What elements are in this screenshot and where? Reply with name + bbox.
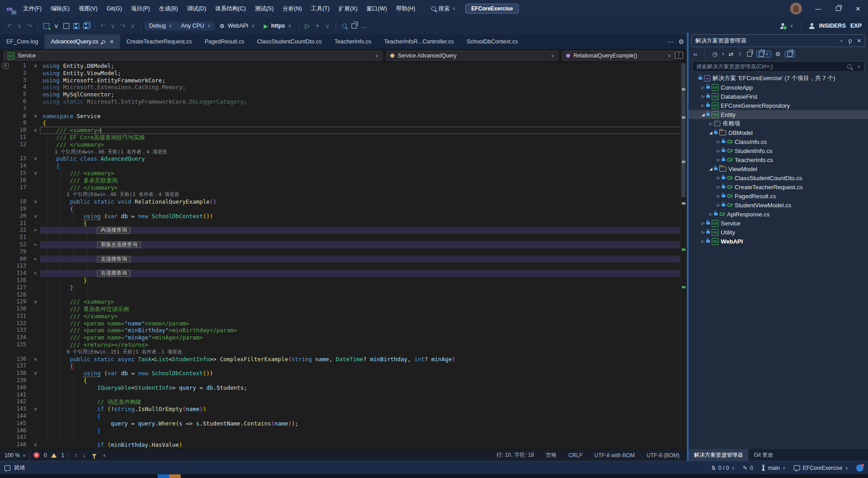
fold-open-icon[interactable]: > bbox=[32, 214, 39, 218]
sync-with-active-document-icon[interactable]: ⇄ bbox=[728, 51, 733, 57]
fold-margin[interactable] bbox=[31, 163, 40, 170]
chevron-collapsed-icon[interactable]: ▷ bbox=[700, 239, 706, 244]
line-content[interactable]: 左连接查询 bbox=[40, 256, 680, 263]
codelens-row[interactable]: 1 个引用|Edwin，86 天前|1 名作者，4 项更改 bbox=[0, 191, 680, 198]
fold-collapsed-icon[interactable]: > bbox=[34, 242, 37, 247]
collapse-all-icon[interactable]: ≫ bbox=[737, 51, 743, 57]
type-dropdown[interactable]: Service.AdvancedQuery ∨ bbox=[386, 51, 558, 61]
tree-item-classstudentcountdto-cs[interactable]: ▷C#ClassStudentCountDto.cs bbox=[689, 173, 868, 182]
fold-open-icon[interactable]: > bbox=[32, 300, 39, 304]
document-tab[interactable]: AdvancedQuery.cs✕ bbox=[44, 34, 120, 49]
fold-margin[interactable]: > bbox=[31, 213, 40, 220]
line-content[interactable]: using MySqlConnector; bbox=[40, 91, 680, 98]
line-content[interactable]: using (var db = new SchoolDbContext()) bbox=[40, 213, 680, 220]
fold-margin[interactable] bbox=[31, 292, 40, 299]
run-button[interactable]: ▶https∨ bbox=[259, 21, 296, 31]
code-line[interactable]: 7 bbox=[0, 105, 680, 113]
line-content[interactable]: { bbox=[40, 220, 680, 227]
line-number[interactable]: 133 bbox=[11, 327, 31, 334]
start-without-debugging-button[interactable]: ▷ bbox=[303, 20, 312, 31]
taskbar-app-orange[interactable] bbox=[169, 474, 181, 478]
line-number[interactable]: 130 bbox=[11, 306, 31, 313]
tree-item-classinfo-cs[interactable]: ▷C#ClassInfo.cs bbox=[689, 137, 868, 146]
fold-open-icon[interactable]: > bbox=[32, 157, 39, 161]
line-number[interactable]: 16 bbox=[11, 177, 31, 184]
line-content[interactable]: /// <summary> bbox=[40, 298, 680, 306]
line-number[interactable]: 22 bbox=[11, 227, 31, 234]
fold-margin[interactable] bbox=[31, 427, 40, 435]
line-content[interactable]: using Entity.ViewModel; bbox=[40, 70, 680, 77]
profiler-chevron-icon[interactable]: ∨ bbox=[323, 20, 332, 31]
fold-margin[interactable]: > bbox=[31, 127, 40, 134]
configuration-dropdown[interactable]: Debug∨ bbox=[145, 21, 176, 30]
line-number[interactable]: 127 bbox=[11, 284, 31, 292]
code-line[interactable]: 8>namespace Service bbox=[0, 113, 680, 120]
account-chevron-icon[interactable]: ∨ bbox=[790, 24, 793, 28]
line-number[interactable] bbox=[11, 191, 31, 198]
code-line[interactable]: 20> using (var db = new SchoolDbContext(… bbox=[0, 213, 680, 220]
redo-chevron-icon[interactable]: ∨ bbox=[128, 20, 137, 31]
line-content[interactable]: if (minBirthday.HasValue) bbox=[40, 441, 680, 449]
chevron-collapsed-icon[interactable]: ▷ bbox=[715, 203, 722, 207]
fold-margin[interactable] bbox=[31, 263, 40, 270]
code-line[interactable]: 15> /// <summary> bbox=[0, 170, 680, 177]
fold-margin[interactable] bbox=[31, 234, 40, 241]
chevron-expanded-icon[interactable]: ◢ bbox=[708, 167, 714, 171]
line-content[interactable]: { bbox=[40, 413, 680, 420]
code-line[interactable]: 145 query = query.Where(s => s.StudentNa… bbox=[0, 420, 680, 427]
code-line[interactable]: 19 { bbox=[0, 206, 680, 213]
tree-item-apiresponse-cs[interactable]: ▷C#ApiResponse.cs bbox=[689, 210, 868, 219]
line-number[interactable]: 20 bbox=[11, 213, 31, 220]
line-number[interactable]: 146 bbox=[11, 427, 31, 435]
line-content[interactable]: /// <summary> bbox=[40, 127, 680, 134]
fold-margin[interactable]: > bbox=[31, 198, 40, 206]
chevron-collapsed-icon[interactable]: ▷ bbox=[700, 230, 706, 234]
switch-views-icon[interactable]: ∞ bbox=[693, 51, 697, 57]
line-content[interactable]: { bbox=[40, 363, 680, 370]
eol-mode[interactable]: CRLF bbox=[569, 452, 583, 459]
menu-item[interactable]: Git(G) bbox=[102, 4, 126, 14]
line-number[interactable]: 12 bbox=[11, 141, 31, 148]
line-number[interactable]: 13 bbox=[11, 155, 31, 163]
menu-item[interactable]: 帮助(H) bbox=[392, 3, 419, 14]
line-content[interactable]: } bbox=[40, 277, 680, 284]
line-content[interactable] bbox=[40, 234, 680, 241]
line-content[interactable]: using static Microsoft.EntityFrameworkCo… bbox=[40, 98, 680, 105]
tree-item-webapi[interactable]: ▷C#WebAPI bbox=[689, 237, 868, 246]
solution-name-button[interactable]: EFCoreExercise bbox=[465, 4, 519, 14]
line-number[interactable]: 114 bbox=[11, 270, 31, 277]
code-line[interactable]: 130 /// 复杂条件过滤示例 bbox=[0, 306, 680, 313]
line-content[interactable]: } bbox=[40, 427, 680, 435]
code-line[interactable]: 3using Microsoft.EntityFrameworkCore; bbox=[0, 77, 680, 84]
line-content[interactable]: /// </summary> bbox=[40, 184, 680, 191]
line-content[interactable]: 右连接查询 bbox=[40, 270, 680, 277]
new-item-chevron-icon[interactable]: ∨ bbox=[52, 20, 61, 31]
menu-item[interactable]: 分析(N) bbox=[279, 3, 306, 14]
line-number[interactable]: 140 bbox=[11, 384, 31, 392]
chevron-collapsed-icon[interactable]: ▷ bbox=[700, 221, 706, 225]
line-content[interactable]: /// EF Core高级查询技巧与实操 bbox=[40, 134, 680, 141]
tab-git-changes[interactable]: Git 更改 bbox=[748, 449, 779, 461]
member-dropdown[interactable]: RelationalQueryExample() ∨ bbox=[562, 51, 675, 61]
line-number[interactable]: 17 bbox=[11, 184, 31, 191]
code-line[interactable]: 5using MySqlConnector; bbox=[0, 91, 680, 98]
profiler-button[interactable]: ✦ bbox=[313, 20, 322, 31]
close-icon[interactable]: ✕ bbox=[857, 38, 861, 44]
line-content[interactable]: // 动态条件构建 bbox=[40, 398, 680, 406]
document-tab[interactable]: TeacherInfoR...Controller.cs bbox=[378, 34, 460, 49]
navigate-back-icon[interactable]: ↶ bbox=[5, 20, 14, 31]
fold-margin[interactable] bbox=[31, 191, 40, 198]
document-tab[interactable]: EF_Core.log bbox=[0, 34, 44, 49]
line-content[interactable]: 新版左连接查询 bbox=[40, 241, 680, 249]
fold-margin[interactable] bbox=[31, 84, 40, 91]
line-number[interactable]: 8 bbox=[11, 113, 31, 120]
fold-margin[interactable]: > bbox=[31, 227, 40, 234]
code-line[interactable]: 141 bbox=[0, 392, 680, 399]
minimize-button[interactable]: — bbox=[808, 0, 828, 17]
tab-solution-explorer[interactable]: 解决方案资源管理器 bbox=[689, 449, 748, 461]
line-content[interactable]: if (!string.IsNullOrEmpty(name)) bbox=[40, 406, 680, 413]
git-sync-status[interactable]: ⇅0 / 0∨ bbox=[711, 465, 735, 471]
account-button[interactable] bbox=[780, 23, 786, 29]
chevron-collapsed-icon[interactable]: ▷ bbox=[715, 176, 722, 180]
code-line[interactable]: 143> if (!string.IsNullOrEmpty(name)) bbox=[0, 406, 680, 413]
